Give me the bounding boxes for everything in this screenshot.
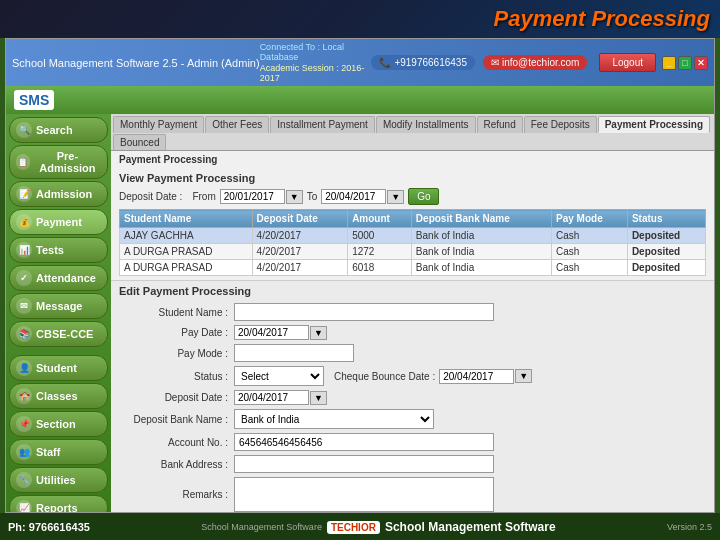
to-date-calendar-button[interactable]: ▼ <box>387 190 404 204</box>
pay-date-label: Pay Date : <box>119 327 234 338</box>
sidebar-item-reports[interactable]: 📈 Reports <box>9 495 108 512</box>
pre-admission-icon: 📋 <box>16 154 30 170</box>
cbse-icon: 📚 <box>16 326 32 342</box>
sidebar-item-section[interactable]: 📌 Section <box>9 411 108 437</box>
from-date-calendar-button[interactable]: ▼ <box>286 190 303 204</box>
sidebar-item-attendance[interactable]: ✓ Attendance <box>9 265 108 291</box>
email-box: ✉ info@techior.com <box>483 55 587 70</box>
footer-software-label: School Management Software <box>201 522 322 532</box>
go-button[interactable]: Go <box>408 188 439 205</box>
sidebar-item-classes[interactable]: 🏫 Classes <box>9 383 108 409</box>
cell-deposit-date: 4/20/2017 <box>252 244 348 260</box>
pay-mode-input[interactable] <box>234 344 354 362</box>
deposit-date-input-group: ▼ <box>234 390 327 405</box>
tab-fee-deposits[interactable]: Fee Deposits <box>524 116 597 133</box>
sidebar-item-utilities[interactable]: 🔧 Utilities <box>9 467 108 493</box>
pay-date-group: ▼ <box>234 325 327 340</box>
message-icon: ✉ <box>16 298 32 314</box>
maximize-button[interactable]: □ <box>678 56 692 70</box>
from-date-input[interactable] <box>220 189 285 204</box>
sidebar-item-staff[interactable]: 👥 Staff <box>9 439 108 465</box>
sidebar-item-message[interactable]: ✉ Message <box>9 293 108 319</box>
from-date-group: ▼ <box>220 189 303 204</box>
phone-icon: 📞 <box>379 57 391 68</box>
bank-address-row: Bank Address : <box>119 455 706 473</box>
minimize-button[interactable]: _ <box>662 56 676 70</box>
sidebar-item-cbse-cce[interactable]: 📚 CBSE-CCE <box>9 321 108 347</box>
attendance-icon: ✓ <box>16 270 32 286</box>
cell-pay-mode: Cash <box>552 228 628 244</box>
sidebar-item-tests[interactable]: 📊 Tests <box>9 237 108 263</box>
sidebar-item-search[interactable]: 🔍 Search <box>9 117 108 143</box>
to-date-group: ▼ <box>321 189 404 204</box>
pay-date-calendar-button[interactable]: ▼ <box>310 326 327 340</box>
cell-student-name: A DURGA PRASAD <box>120 244 253 260</box>
pay-mode-label: Pay Mode : <box>119 348 234 359</box>
deposit-date-input[interactable] <box>234 390 309 405</box>
sms-logo: SMS <box>14 90 54 110</box>
cell-bank-name: Bank of India <box>411 260 551 276</box>
section-header: Payment Processing <box>111 151 714 168</box>
cell-deposit-date: 4/20/2017 <box>252 228 348 244</box>
remarks-textarea[interactable] <box>234 477 494 512</box>
view-section: View Payment Processing Deposit Date : F… <box>111 168 714 280</box>
connected-text: Connected To : Local Database <box>260 42 372 62</box>
col-pay-mode: Pay Mode <box>552 210 628 228</box>
window-title-text: School Management Software 2.5 - Admin (… <box>12 57 260 69</box>
header-bar: SMS <box>6 86 714 114</box>
tab-refund[interactable]: Refund <box>477 116 523 133</box>
session-text: Academic Session : 2016-2017 <box>260 63 372 83</box>
col-bank-name: Deposit Bank Name <box>411 210 551 228</box>
staff-icon: 👥 <box>16 444 32 460</box>
header-contact: 📞 +919766616435 ✉ info@techior.com Logou… <box>371 53 656 72</box>
logout-button[interactable]: Logout <box>599 53 656 72</box>
cell-student-name: AJAY GACHHA <box>120 228 253 244</box>
bounce-date-calendar-button[interactable]: ▼ <box>515 369 532 383</box>
deposit-date-label: Deposit Date : <box>119 392 234 403</box>
sidebar-item-admission[interactable]: 📝 Admission <box>9 181 108 207</box>
student-name-row: Student Name : <box>119 303 706 321</box>
content-area: 🔍 Search 📋 Pre-Admission 📝 Admission 💰 P… <box>6 114 714 512</box>
tab-payment-processing[interactable]: Payment Processing <box>598 116 710 133</box>
from-label: From <box>192 191 215 202</box>
bounce-date-input[interactable] <box>439 369 514 384</box>
sidebar-item-pre-admission[interactable]: 📋 Pre-Admission <box>9 145 108 179</box>
pay-date-input[interactable] <box>234 325 309 340</box>
payment-table: Student Name Deposit Date Amount Deposit… <box>119 209 706 276</box>
table-row[interactable]: AJAY GACHHA 4/20/2017 5000 Bank of India… <box>120 228 706 244</box>
close-button[interactable]: ✕ <box>694 56 708 70</box>
sidebar-item-payment[interactable]: 💰 Payment <box>9 209 108 235</box>
deposit-bank-select[interactable]: Bank of India SBI HDFC ICICI <box>234 409 434 429</box>
tab-modify[interactable]: Modify Installments <box>376 116 476 133</box>
sidebar: 🔍 Search 📋 Pre-Admission 📝 Admission 💰 P… <box>6 114 111 512</box>
main-window: School Management Software 2.5 - Admin (… <box>5 38 715 513</box>
deposit-date-calendar-button[interactable]: ▼ <box>310 391 327 405</box>
account-no-input[interactable] <box>234 433 494 451</box>
table-row[interactable]: A DURGA PRASAD 4/20/2017 6018 Bank of In… <box>120 260 706 276</box>
tab-monthly-payment[interactable]: Monthly Payment <box>113 116 204 133</box>
student-name-input[interactable] <box>234 303 494 321</box>
student-icon: 👤 <box>16 360 32 376</box>
cell-pay-mode: Cash <box>552 244 628 260</box>
tab-bounced[interactable]: Bounced <box>113 134 166 150</box>
account-no-label: Account No. : <box>119 437 234 448</box>
col-amount: Amount <box>348 210 412 228</box>
pay-mode-row: Pay Mode : <box>119 344 706 362</box>
cell-amount: 5000 <box>348 228 412 244</box>
edit-section-title: Edit Payment Processing <box>119 285 706 297</box>
status-select[interactable]: Select Deposited Bounced Cleared <box>234 366 324 386</box>
cell-deposit-date: 4/20/2017 <box>252 260 348 276</box>
deposit-date-label: Deposit Date : <box>119 191 182 202</box>
tab-other-fees[interactable]: Other Fees <box>205 116 269 133</box>
bank-address-label: Bank Address : <box>119 459 234 470</box>
status-row: Status : Select Deposited Bounced Cleare… <box>119 366 706 386</box>
view-section-title: View Payment Processing <box>119 172 706 184</box>
sidebar-item-student[interactable]: 👤 Student <box>9 355 108 381</box>
footer: Ph: 9766616435 School Management Softwar… <box>0 513 720 540</box>
tab-installment[interactable]: Installment Payment <box>270 116 375 133</box>
bank-address-input[interactable] <box>234 455 494 473</box>
col-deposit-date: Deposit Date <box>252 210 348 228</box>
table-row[interactable]: A DURGA PRASAD 4/20/2017 1272 Bank of In… <box>120 244 706 260</box>
to-date-input[interactable] <box>321 189 386 204</box>
status-label: Status : <box>119 371 234 382</box>
